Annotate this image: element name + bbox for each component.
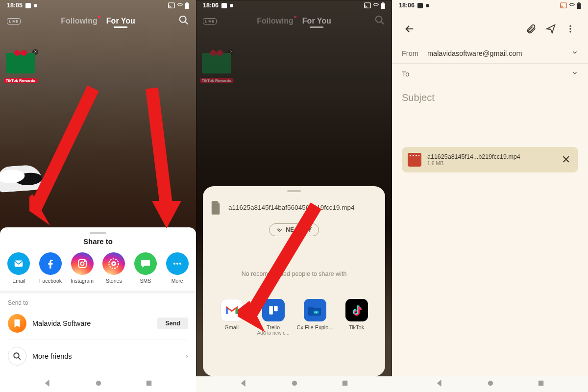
gmail-topbar bbox=[392, 17, 588, 41]
svg-point-11 bbox=[80, 262, 84, 266]
svg-marker-8 bbox=[152, 201, 181, 228]
share-option-facebook[interactable]: Facebook bbox=[35, 252, 66, 284]
tiktok-header: LIVE Following For You bbox=[0, 11, 196, 31]
subject-input[interactable]: Subject bbox=[392, 84, 588, 111]
send-button[interactable]: Send bbox=[157, 318, 188, 329]
nav-home[interactable] bbox=[291, 380, 298, 389]
svg-line-33 bbox=[248, 206, 316, 318]
tiktok-header: LIVE Following For You bbox=[196, 11, 392, 31]
cast-icon bbox=[560, 2, 567, 8]
status-notif-icon bbox=[25, 3, 31, 8]
svg-line-21 bbox=[18, 357, 21, 360]
more-vert-icon bbox=[565, 24, 575, 34]
rewards-label: TikTok Rewards bbox=[4, 78, 38, 83]
share-title: Share to bbox=[0, 237, 196, 245]
attach-button[interactable] bbox=[521, 19, 541, 39]
search-icon bbox=[374, 15, 385, 27]
annotation-arrow-left bbox=[29, 83, 127, 230]
nav-recent[interactable] bbox=[342, 380, 348, 389]
status-bar: 18:06 bbox=[196, 0, 392, 11]
svg-line-28 bbox=[381, 22, 384, 24]
send-to-contact[interactable]: Malavida Software Send bbox=[8, 312, 188, 340]
more-button[interactable] bbox=[561, 19, 580, 39]
svg-point-18 bbox=[176, 263, 178, 265]
android-nav-bar bbox=[392, 376, 588, 392]
share-option-email[interactable]: Email bbox=[3, 252, 34, 284]
svg-line-7 bbox=[152, 88, 167, 208]
battery-icon bbox=[381, 2, 385, 9]
tiktok-rewards-badge[interactable]: ✕ TikTok Rewards bbox=[3, 49, 38, 84]
svg-point-43 bbox=[569, 28, 571, 29]
svg-rect-26 bbox=[382, 2, 384, 3]
more-friends-label: More friends bbox=[32, 352, 180, 360]
more-friends-row[interactable]: More friends › bbox=[8, 340, 188, 370]
tab-following[interactable]: Following bbox=[61, 17, 98, 25]
stories-icon bbox=[102, 252, 125, 275]
from-value: malavidasoftware@gmail.com bbox=[427, 49, 571, 57]
status-time: 18:06 bbox=[399, 2, 415, 9]
android-nav-bar bbox=[196, 376, 392, 392]
svg-point-12 bbox=[84, 261, 85, 262]
screen-2-android-share: 18:06 LIVE Following For You ✕ TikTok Re… bbox=[196, 0, 392, 392]
svg-point-44 bbox=[569, 31, 571, 32]
tab-following: Following bbox=[257, 17, 294, 25]
svg-point-22 bbox=[96, 381, 101, 386]
svg-rect-2 bbox=[186, 2, 188, 3]
share-option-stories[interactable]: Stories bbox=[98, 252, 129, 284]
tab-foryou[interactable]: For You bbox=[106, 17, 135, 25]
tiktok-share-sheet: Share to Email Facebook Instagram Storie… bbox=[0, 227, 196, 376]
from-row[interactable]: From malavidasoftware@gmail.com bbox=[392, 43, 588, 64]
nav-recent[interactable] bbox=[538, 380, 544, 389]
svg-point-3 bbox=[180, 16, 186, 23]
nav-back[interactable] bbox=[436, 379, 443, 389]
annotation-arrow-right bbox=[132, 83, 196, 230]
cast-icon bbox=[364, 2, 371, 8]
svg-rect-39 bbox=[578, 2, 580, 3]
arrow-left-icon bbox=[404, 24, 415, 34]
nav-home[interactable] bbox=[95, 380, 102, 389]
sheet-handle[interactable] bbox=[90, 232, 106, 234]
tab-foryou: For You bbox=[302, 17, 331, 25]
battery-icon bbox=[577, 2, 581, 9]
svg-rect-36 bbox=[343, 381, 347, 386]
to-row[interactable]: To bbox=[392, 64, 588, 84]
share-option-more[interactable]: More bbox=[162, 252, 193, 284]
status-time: 18:05 bbox=[7, 2, 23, 9]
battery-icon bbox=[185, 2, 189, 9]
instagram-icon bbox=[71, 252, 94, 275]
svg-point-17 bbox=[173, 263, 175, 265]
attachment-size: 1.6 MB bbox=[427, 160, 554, 166]
nav-home[interactable] bbox=[487, 380, 494, 389]
share-option-instagram[interactable]: Instagram bbox=[67, 252, 98, 284]
sms-icon bbox=[134, 252, 157, 275]
chevron-down-icon[interactable] bbox=[571, 70, 578, 78]
wifi-icon bbox=[568, 2, 575, 8]
chevron-right-icon: › bbox=[186, 352, 188, 361]
remove-attachment-button[interactable]: ✕ bbox=[560, 153, 572, 166]
nav-back[interactable] bbox=[240, 379, 247, 389]
file-icon bbox=[211, 201, 221, 215]
svg-point-19 bbox=[179, 263, 181, 265]
wifi-icon bbox=[372, 2, 379, 8]
attachment-chip[interactable]: a11625a8145f14...b219fcc19.mp4 1.6 MB ✕ bbox=[402, 147, 578, 172]
back-button[interactable] bbox=[400, 19, 419, 39]
more-icon bbox=[166, 252, 189, 275]
screen-1-tiktok-share: 18:05 LIVE Following For You ✕ TikTok Re… bbox=[0, 0, 196, 392]
sheet-handle[interactable] bbox=[287, 190, 301, 192]
svg-point-20 bbox=[14, 353, 19, 358]
share-app-tiktok[interactable]: TikTok bbox=[338, 299, 376, 336]
svg-line-4 bbox=[185, 22, 188, 24]
contact-avatar bbox=[8, 314, 26, 333]
share-option-sms[interactable]: SMS bbox=[130, 252, 161, 284]
nav-back[interactable] bbox=[44, 379, 51, 389]
nav-recent[interactable] bbox=[146, 380, 152, 389]
search-icon[interactable] bbox=[178, 15, 189, 27]
status-dot-icon bbox=[426, 4, 429, 7]
svg-rect-1 bbox=[185, 3, 189, 8]
contact-name: Malavida Software bbox=[32, 319, 151, 327]
live-button[interactable]: LIVE bbox=[7, 18, 21, 24]
send-button[interactable] bbox=[541, 19, 561, 39]
status-bar: 18:06 bbox=[392, 0, 588, 11]
svg-point-35 bbox=[292, 381, 297, 386]
paperclip-icon bbox=[526, 24, 537, 34]
